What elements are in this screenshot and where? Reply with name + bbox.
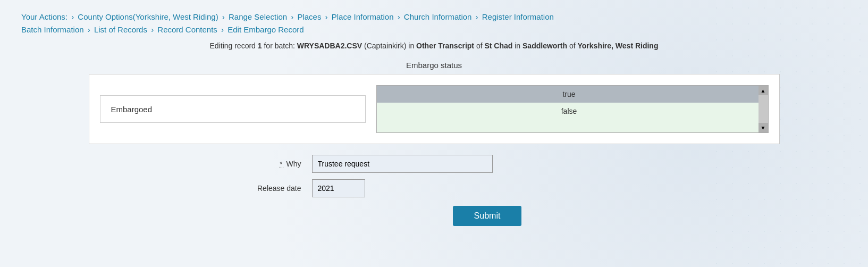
- editing-info: Editing record 1 for batch: WRYSADBA2.CS…: [21, 41, 847, 50]
- scroll-down-arrow[interactable]: ▼: [759, 123, 768, 132]
- embargoed-label: Embargoed: [100, 95, 366, 123]
- editing-transcript-type: Other Transcript: [416, 41, 474, 50]
- editing-batch-name: WRYSADBA2.CSV: [297, 41, 362, 50]
- breadcrumb-places[interactable]: Places: [297, 12, 321, 21]
- breadcrumb-edit-embargo: Edit Embargo Record: [227, 25, 304, 34]
- why-label-text: Why: [286, 160, 301, 168]
- editing-location: (Captainkirk) in: [364, 41, 416, 50]
- embargo-title: Embargo status: [21, 61, 847, 70]
- breadcrumb-register-information[interactable]: Register Information: [482, 12, 554, 21]
- why-row: * Why: [195, 155, 673, 173]
- breadcrumb-list-of-records[interactable]: List of Records: [94, 25, 147, 34]
- editing-record-number: 1: [258, 41, 262, 50]
- submit-row: Submit: [195, 204, 673, 226]
- editing-in: in: [515, 41, 523, 50]
- breadcrumb-record-contents[interactable]: Record Contents: [157, 25, 217, 34]
- breadcrumb-sep-3: ›: [325, 12, 330, 21]
- breadcrumb-batch-information[interactable]: Batch Information: [21, 25, 84, 34]
- breadcrumb-sep-0: ›: [71, 12, 76, 21]
- submit-button[interactable]: Submit: [453, 206, 522, 226]
- embargo-option-false[interactable]: false: [377, 103, 768, 120]
- form-section: * Why Release date Submit: [21, 155, 847, 226]
- breadcrumb-range-selection[interactable]: Range Selection: [229, 12, 287, 21]
- breadcrumb-church-information[interactable]: Church Information: [404, 12, 472, 21]
- breadcrumb-county-options[interactable]: County Options(Yorkshire, West Riding): [78, 12, 218, 21]
- breadcrumb-your-actions: Your Actions:: [21, 12, 68, 21]
- embargo-select-container[interactable]: true false ▲ ▼: [376, 85, 769, 133]
- breadcrumb-sep-7: ›: [151, 25, 156, 34]
- editing-of: of: [476, 41, 485, 50]
- breadcrumb-place-information[interactable]: Place Information: [332, 12, 394, 21]
- breadcrumb-sep-4: ›: [398, 12, 402, 21]
- breadcrumb-sep-6: ›: [88, 25, 92, 34]
- editing-of2: of: [569, 41, 578, 50]
- editing-place: Saddleworth: [523, 41, 567, 50]
- editing-county: Yorkshire, West Riding: [578, 41, 659, 50]
- release-date-label: Release date: [195, 184, 301, 193]
- why-label: * Why: [195, 160, 301, 168]
- embargo-option-true[interactable]: true: [377, 86, 768, 103]
- breadcrumb-sep-1: ›: [222, 12, 227, 21]
- scroll-up-arrow[interactable]: ▲: [759, 86, 768, 95]
- editing-church: St Chad: [484, 41, 512, 50]
- embargo-box: Embargoed true false ▲ ▼: [89, 74, 780, 144]
- scroll-track: [759, 95, 768, 123]
- why-required: *: [280, 161, 284, 168]
- breadcrumb-sep-2: ›: [291, 12, 296, 21]
- release-date-row: Release date: [195, 179, 673, 197]
- embargo-scrollbar[interactable]: ▲ ▼: [759, 86, 768, 132]
- breadcrumb-sep-5: ›: [476, 12, 481, 21]
- why-input[interactable]: [312, 155, 493, 173]
- editing-for-batch: for batch:: [264, 41, 294, 50]
- embargo-section: Embargo status Embargoed true false ▲ ▼: [21, 61, 847, 144]
- editing-prefix: Editing record: [210, 41, 256, 50]
- breadcrumb-sep-8: ›: [221, 25, 226, 34]
- release-date-input[interactable]: [312, 179, 365, 197]
- breadcrumb: Your Actions: › County Options(Yorkshire…: [21, 11, 847, 36]
